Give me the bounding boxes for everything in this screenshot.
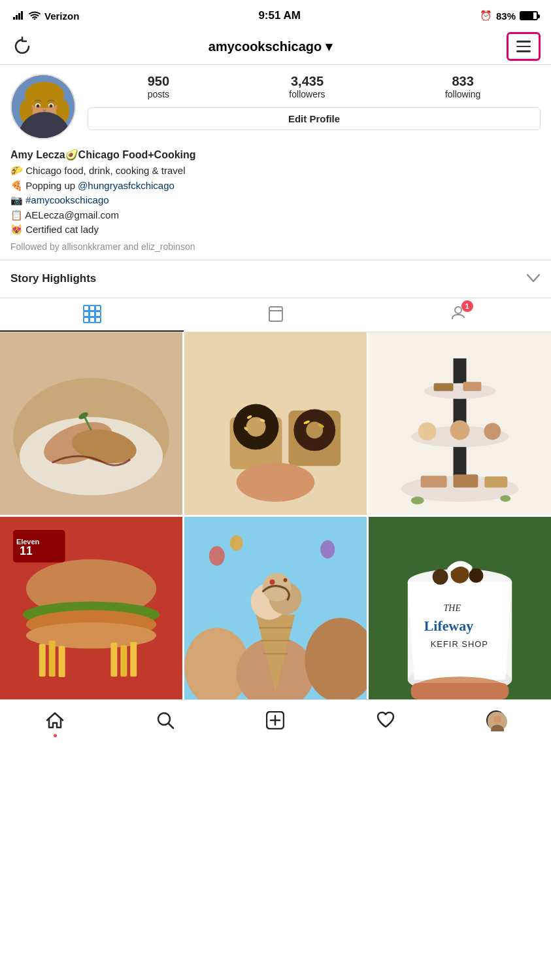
svg-text:11: 11 [20, 544, 33, 557]
chevron-down-icon [526, 272, 541, 286]
grid-photo-4[interactable]: Eleven 11 [0, 517, 182, 699]
svg-rect-25 [269, 307, 282, 321]
svg-point-57 [418, 422, 437, 440]
svg-rect-75 [110, 642, 117, 676]
bio-line2-prefix: 🍕 Popping up [10, 179, 75, 194]
bio-line-4: 📋 AELecza@gmail.com [10, 208, 541, 223]
top-nav: amycookschicago ▾ [0, 29, 551, 65]
search-icon [156, 711, 175, 729]
svg-point-58 [450, 420, 470, 440]
profile-header: 950 posts 3,435 followers 833 following … [0, 65, 551, 146]
svg-rect-2 [18, 13, 20, 20]
nav-add[interactable] [220, 700, 331, 741]
svg-text:Lifeway: Lifeway [424, 618, 473, 634]
bio-line-2: 🍕 Popping up @hungryasfckchicago [10, 179, 541, 194]
svg-point-80 [230, 534, 243, 550]
grid-icon [83, 305, 101, 323]
tab-tagged[interactable]: 1 [367, 298, 551, 332]
svg-point-48 [237, 463, 315, 502]
following-count: 833 [452, 74, 473, 89]
hamburger-icon [516, 41, 531, 52]
home-notification-dot [54, 734, 57, 737]
svg-point-93 [283, 578, 287, 582]
home-icon [46, 711, 64, 729]
nav-home[interactable] [0, 700, 110, 741]
tagged-notification: 1 [451, 304, 468, 324]
bio-name: Amy Lecza🥑Chicago Food+Cooking [10, 149, 541, 161]
svg-point-81 [320, 540, 335, 558]
followers-count: 3,435 [291, 74, 324, 89]
svg-rect-3 [21, 11, 23, 20]
svg-point-59 [484, 423, 501, 440]
posts-stat[interactable]: 950 posts [148, 74, 169, 99]
grid-photo-6[interactable]: THE Lifeway KEFIR SHOP [369, 517, 551, 699]
svg-rect-24 [95, 317, 101, 323]
menu-button[interactable] [507, 32, 541, 61]
nav-profile[interactable] [441, 700, 551, 741]
bio-line-3: 📷 #amycookschicago [10, 193, 541, 208]
posts-count: 950 [148, 74, 169, 89]
following-label: following [445, 89, 480, 99]
alarm-icon: ⏰ [480, 10, 492, 22]
svg-rect-72 [39, 644, 46, 676]
bio-hashtag: 📷 [10, 193, 23, 208]
followers-stat[interactable]: 3,435 followers [289, 74, 325, 99]
profile-avatar-small [486, 710, 506, 730]
svg-point-101 [433, 569, 448, 584]
svg-rect-74 [59, 646, 65, 677]
svg-line-107 [169, 724, 173, 728]
grid-photo-1[interactable] [0, 332, 182, 515]
followed-by: Followed by allisonkkramer and eliz_robi… [10, 241, 541, 252]
story-highlights-title: Story Highlights [10, 272, 96, 285]
heart-icon [376, 711, 395, 729]
svg-point-10 [20, 99, 33, 123]
svg-point-63 [500, 495, 510, 502]
story-highlights[interactable]: Story Highlights [0, 260, 551, 298]
nav-activity[interactable] [331, 700, 441, 741]
svg-rect-22 [84, 317, 89, 323]
svg-rect-105 [411, 683, 509, 699]
username-header[interactable]: amycookschicago ▾ [209, 39, 332, 54]
nav-search[interactable] [110, 700, 221, 741]
food-photo-6: THE Lifeway KEFIR SHOP [369, 517, 551, 699]
bio-hashtag-link[interactable]: #amycookschicago [25, 193, 109, 208]
svg-point-112 [493, 716, 501, 724]
svg-point-11 [56, 99, 69, 123]
food-photo-2 [184, 332, 367, 515]
svg-rect-23 [90, 317, 95, 323]
svg-point-62 [411, 497, 424, 504]
carrier-name: Verizon [44, 10, 79, 22]
book-icon [267, 306, 284, 323]
svg-point-4 [34, 18, 36, 20]
status-left: Verizon [13, 10, 79, 22]
tab-grid[interactable] [0, 298, 184, 332]
status-time: 9:51 AM [258, 9, 301, 22]
svg-rect-7 [39, 116, 50, 129]
svg-rect-19 [84, 311, 89, 317]
food-photo-1 [0, 332, 182, 515]
svg-point-14 [37, 105, 40, 108]
grid-photo-3[interactable] [369, 332, 551, 515]
svg-rect-21 [95, 311, 101, 317]
bio-line-1: 🌮 Chicago food, drink, cooking & travel [10, 164, 541, 179]
grid-photo-2[interactable] [184, 332, 367, 515]
edit-profile-button[interactable]: Edit Profile [88, 107, 541, 130]
svg-rect-16 [84, 306, 89, 311]
following-stat[interactable]: 833 following [445, 74, 480, 99]
svg-point-15 [50, 105, 53, 108]
photo-grid: Eleven 11 [0, 332, 551, 699]
history-button[interactable] [10, 35, 34, 58]
grid-photo-5[interactable] [184, 517, 367, 699]
svg-rect-60 [434, 383, 454, 391]
svg-point-79 [209, 546, 225, 565]
status-bar: Verizon 9:51 AM ⏰ 83% [0, 0, 551, 29]
food-photo-4: Eleven 11 [0, 517, 182, 699]
svg-rect-55 [454, 474, 478, 487]
battery-icon [520, 11, 538, 20]
tab-igtv[interactable] [184, 298, 367, 332]
bottom-nav [0, 699, 551, 746]
svg-rect-77 [130, 642, 137, 676]
battery-percent: 83% [496, 10, 516, 22]
avatar[interactable] [10, 74, 76, 139]
bio-line2-link[interactable]: @hungryasfckchicago [78, 179, 175, 194]
